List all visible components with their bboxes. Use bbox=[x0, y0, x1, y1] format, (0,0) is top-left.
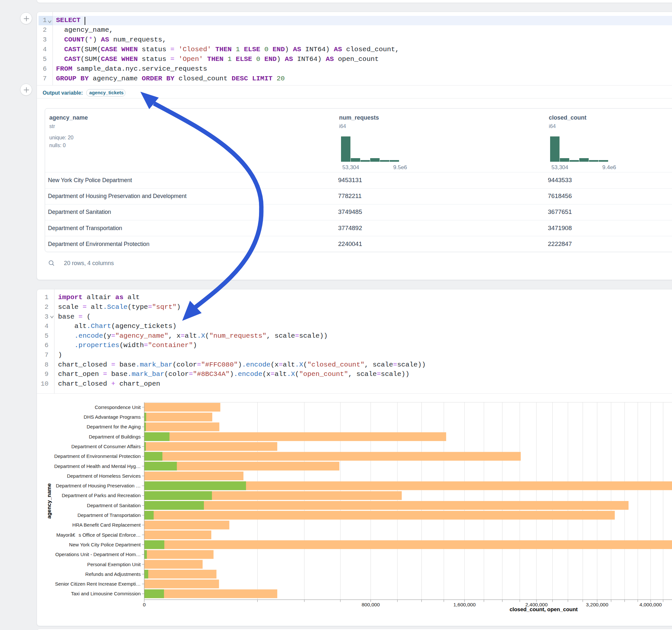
svg-text:Department of Sanitation: Department of Sanitation bbox=[87, 503, 141, 508]
svg-text:0: 0 bbox=[143, 602, 146, 607]
svg-text:Refunds and Adjustments: Refunds and Adjustments bbox=[85, 571, 141, 577]
svg-text:Department of Housing Preserva: Department of Housing Preservation … bbox=[56, 483, 141, 488]
svg-text:Department of Buildings: Department of Buildings bbox=[89, 434, 141, 439]
svg-text:Personal Exemption Unit: Personal Exemption Unit bbox=[87, 562, 141, 567]
svg-text:Department of Environmental Pr: Department of Environmental Protection bbox=[54, 453, 141, 459]
svg-text:DHS Advantage Programs: DHS Advantage Programs bbox=[83, 414, 141, 420]
svg-text:3,200,000: 3,200,000 bbox=[586, 602, 608, 607]
svg-text:Department of Parks and Recrea: Department of Parks and Recreation bbox=[62, 492, 141, 498]
svg-text:1,600,000: 1,600,000 bbox=[453, 602, 476, 607]
svg-text:Correspondence Unit: Correspondence Unit bbox=[95, 405, 141, 410]
svg-text:agency_name: agency_name bbox=[46, 483, 52, 518]
svg-text:4,000,000: 4,000,000 bbox=[640, 602, 662, 607]
svg-text:Department of Transportation: Department of Transportation bbox=[77, 512, 141, 518]
svg-text:Senior Citizen Rent Increase E: Senior Citizen Rent Increase Exempti… bbox=[55, 581, 141, 587]
svg-text:Department of Health and Menta: Department of Health and Mental Hyg… bbox=[54, 463, 141, 469]
svg-text:Mayorâ€ s Office of Special E: Mayorâ€ s Office of Special Enforce… bbox=[56, 532, 141, 538]
svg-text:Taxi and Limousine Commission: Taxi and Limousine Commission bbox=[71, 591, 141, 596]
svg-text:Department of Consumer Affairs: Department of Consumer Affairs bbox=[71, 444, 141, 449]
svg-text:New York City Police Departmen: New York City Police Department bbox=[69, 542, 141, 547]
svg-text:Department for the Aging: Department for the Aging bbox=[87, 424, 141, 429]
svg-text:Department of Homeless Service: Department of Homeless Services bbox=[67, 473, 141, 479]
svg-text:closed_count, open_count: closed_count, open_count bbox=[510, 606, 578, 612]
svg-text:HRA Benefit Card Replacement: HRA Benefit Card Replacement bbox=[72, 522, 141, 528]
svg-text:800,000: 800,000 bbox=[361, 602, 380, 607]
svg-text:Operations Unit - Department o: Operations Unit - Department of Hom… bbox=[55, 552, 141, 557]
